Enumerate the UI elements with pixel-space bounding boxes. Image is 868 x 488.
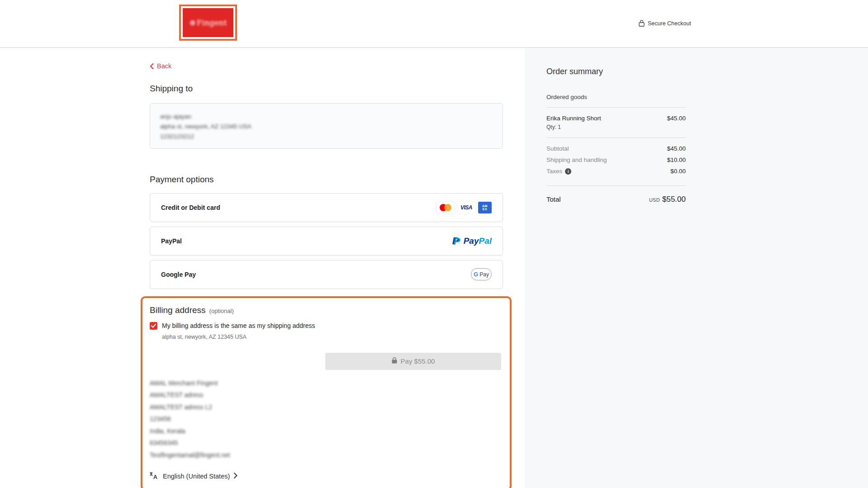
subtotal-label: Subtotal xyxy=(546,145,569,152)
merchant-line: 63456345 xyxy=(150,437,230,449)
pay-button-label: Pay $55.00 xyxy=(401,357,435,365)
divider xyxy=(546,107,686,108)
shipping-value: $10.00 xyxy=(667,156,686,163)
translate-icon-x: x̄ xyxy=(150,471,153,477)
paypal-icon: P P PayPal xyxy=(452,236,492,246)
order-summary-panel: Order summary Ordered goods Erika Runnin… xyxy=(525,48,868,488)
merchant-line: AMAL Merchant Fingent xyxy=(150,377,230,389)
translate-icon-a: A xyxy=(153,474,157,480)
taxes-info-icon[interactable]: i xyxy=(565,168,571,175)
shipping-label: Shipping and handling xyxy=(546,156,607,163)
order-summary-title: Order summary xyxy=(546,67,686,76)
billing-address-title: Billing address xyxy=(150,305,206,315)
logo-glyph-icon: ⊕ xyxy=(189,18,195,27)
card-option-label: Credit or Debit card xyxy=(161,204,220,211)
paypal-option-label: PayPal xyxy=(161,237,182,245)
payment-options-title: Payment options xyxy=(150,175,503,185)
paypal-mark-front: P xyxy=(454,236,460,247)
logo-highlight-annotation: ⊕ Fingent xyxy=(179,5,237,41)
paypal-word-pal: Pal xyxy=(479,236,492,246)
total-row: Total USD$55.00 xyxy=(546,195,686,204)
subtotal-line: Subtotal $45.00 xyxy=(546,145,686,152)
checkout-column: Back Shipping to anju ajayan alpha st, n… xyxy=(150,48,503,488)
divider xyxy=(546,185,686,186)
subtotal-value: $45.00 xyxy=(667,145,686,152)
lock-icon xyxy=(392,357,397,365)
merchant-line: 123456 xyxy=(150,413,230,425)
taxes-line: Taxes i $0.00 xyxy=(546,168,686,175)
gpay-icon: G Pay xyxy=(471,268,492,280)
shipping-street: alpha st, newyork, AZ 12345 USA xyxy=(160,122,251,132)
item-qty: Qty: 1 xyxy=(546,124,686,130)
taxes-value: $0.00 xyxy=(670,168,686,175)
shipping-name: anju ajayan xyxy=(160,112,251,122)
shipping-phone: 1232123212 xyxy=(160,132,251,142)
billing-same-checkbox[interactable] xyxy=(150,322,157,330)
header: ⊕ Fingent Secure Checkout xyxy=(0,0,868,48)
order-item-row: Erika Running Short $45.00 xyxy=(546,115,686,122)
gpay-word: Pay xyxy=(479,271,489,278)
gpay-g-letter: G xyxy=(474,271,478,278)
billing-address-section: Billing address (optional) My billing ad… xyxy=(141,296,512,488)
googlepay-option-label: Google Pay xyxy=(161,271,196,278)
lock-icon xyxy=(639,20,645,27)
billing-address-preview: alpha st, newyork, AZ 12345 USA xyxy=(162,334,501,340)
back-button[interactable]: Back xyxy=(150,62,171,70)
item-price: $45.00 xyxy=(667,115,686,122)
payment-option-paypal[interactable]: PayPal P P PayPal xyxy=(150,227,503,256)
logo-text: Fingent xyxy=(197,18,227,27)
shipping-address-box: anju ajayan alpha st, newyork, AZ 12345 … xyxy=(150,103,503,149)
mastercard-icon xyxy=(436,202,455,213)
merchant-info-block: AMAL Merchant Fingent AMALTEST adress AM… xyxy=(150,377,230,461)
merchant-logo: ⊕ Fingent xyxy=(183,8,233,37)
payment-option-googlepay[interactable]: Google Pay G Pay xyxy=(150,260,503,289)
shipping-line: Shipping and handling $10.00 xyxy=(546,156,686,163)
ordered-goods-label: Ordered goods xyxy=(546,94,686,100)
merchant-line: India, Kerala xyxy=(150,425,230,437)
merchant-line: AMALTEST adress xyxy=(150,389,230,401)
checkout-page: ⊕ Fingent Secure Checkout Order summary … xyxy=(0,0,868,488)
pay-button[interactable]: Pay $55.00 xyxy=(325,353,501,370)
language-label: English (United States) xyxy=(163,473,230,480)
chevron-left-icon xyxy=(150,63,154,69)
secure-checkout-badge: Secure Checkout xyxy=(639,20,691,27)
billing-same-checkbox-row[interactable]: My billing address is the same as my shi… xyxy=(150,322,501,330)
merchant-line: Testfingentamal@fingent.net xyxy=(150,449,230,461)
check-icon xyxy=(151,324,156,328)
currency-code: USD xyxy=(649,197,660,203)
item-name: Erika Running Short xyxy=(546,115,601,122)
shipping-to-title: Shipping to xyxy=(150,84,503,94)
secure-checkout-label: Secure Checkout xyxy=(648,20,691,27)
optional-label: (optional) xyxy=(209,308,234,314)
amex-text-bottom: EX xyxy=(483,208,487,211)
back-label: Back xyxy=(157,62,171,70)
paypal-word-pay: Pay xyxy=(464,236,479,246)
amex-icon: AM EX xyxy=(478,202,492,213)
merchant-line: AMALTEST adress L2 xyxy=(150,401,230,413)
translate-icon: x̄ A xyxy=(150,472,159,481)
billing-same-label: My billing address is the same as my shi… xyxy=(162,322,315,329)
total-label: Total xyxy=(546,195,561,203)
visa-icon: VISA xyxy=(457,202,475,213)
taxes-label: Taxes xyxy=(546,168,562,175)
total-value: $55.00 xyxy=(662,195,686,204)
amex-text-top: AM xyxy=(482,204,488,208)
divider xyxy=(546,137,686,138)
payment-option-card[interactable]: Credit or Debit card VISA AM EX xyxy=(150,193,503,222)
chevron-right-icon xyxy=(234,473,237,480)
language-selector[interactable]: x̄ A English (United States) xyxy=(150,472,237,481)
